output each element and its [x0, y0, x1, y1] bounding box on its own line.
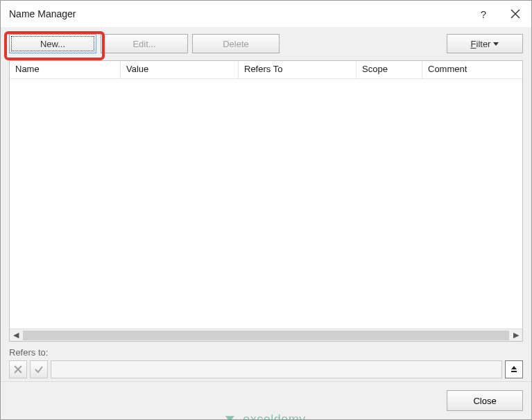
column-headers: Name Value Refers To Scope Comment: [10, 61, 522, 79]
name-manager-dialog: Name Manager ? New... Edit... Delete Fil…: [0, 0, 532, 420]
refers-to-controls: [9, 360, 523, 378]
svg-rect-7: [511, 371, 517, 372]
refers-to-section: Refers to:: [1, 342, 531, 381]
refers-to-label: Refers to:: [9, 347, 523, 358]
chevron-down-icon: [493, 42, 499, 46]
dialog-footer: Close: [1, 381, 531, 419]
toolbar: New... Edit... Delete Filter: [1, 27, 531, 60]
column-header-name[interactable]: Name: [10, 61, 121, 78]
close-window-button[interactable]: [499, 1, 531, 27]
collapse-icon: [510, 365, 518, 374]
titlebar: Name Manager ?: [1, 1, 531, 27]
scroll-thumb[interactable]: [23, 331, 509, 340]
name-list: Name Value Refers To Scope Comment excel…: [9, 60, 523, 342]
refers-to-input[interactable]: [51, 360, 502, 378]
edit-button[interactable]: Edit...: [101, 34, 188, 53]
collapse-dialog-button[interactable]: [505, 360, 523, 378]
close-button[interactable]: Close: [447, 390, 523, 411]
confirm-refers-button[interactable]: [30, 360, 48, 378]
scroll-right-icon[interactable]: ▶: [510, 329, 522, 342]
horizontal-scrollbar[interactable]: ◀ ▶: [10, 329, 522, 341]
filter-label: Filter: [471, 39, 491, 49]
check-icon: [34, 365, 44, 374]
scroll-left-icon[interactable]: ◀: [10, 329, 22, 342]
cancel-refers-button[interactable]: [9, 360, 27, 378]
cancel-icon: [13, 365, 23, 374]
delete-button[interactable]: Delete: [192, 34, 280, 53]
dialog-title: Name Manager: [9, 8, 467, 19]
column-header-refers-to[interactable]: Refers To: [239, 61, 357, 78]
column-header-comment[interactable]: Comment: [422, 61, 522, 78]
new-button[interactable]: New...: [9, 34, 96, 53]
column-header-value[interactable]: Value: [121, 61, 239, 78]
list-body: exceldemy EXCEL · DATA · BI: [10, 79, 522, 329]
help-button[interactable]: ?: [467, 1, 499, 27]
close-icon: [510, 9, 520, 19]
scroll-track[interactable]: [23, 331, 509, 340]
column-header-scope[interactable]: Scope: [357, 61, 422, 78]
filter-button[interactable]: Filter: [447, 34, 523, 53]
